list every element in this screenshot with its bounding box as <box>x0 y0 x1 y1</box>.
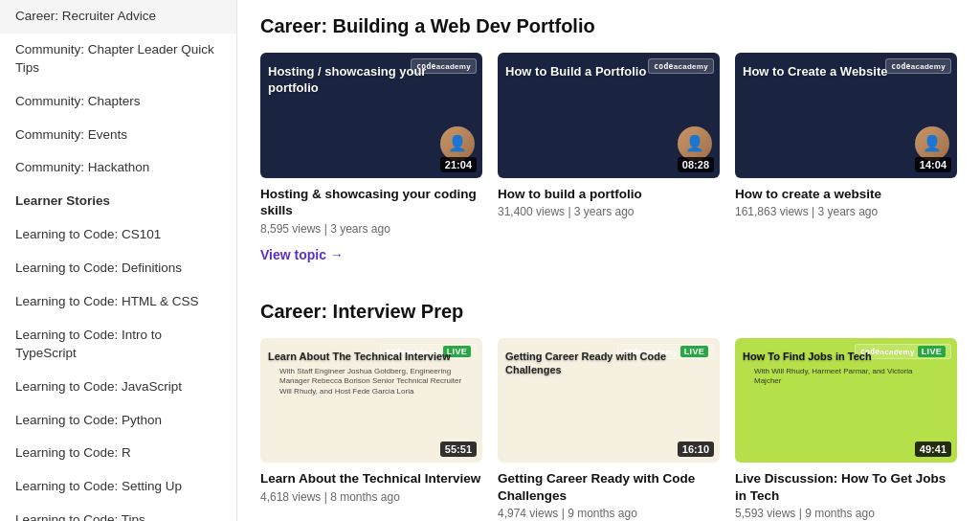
video-card-0-2[interactable]: codeacademyHow to Create a Website👤14:04… <box>735 53 957 236</box>
section-0: Career: Building a Web Dev Portfoliocode… <box>260 15 957 285</box>
video-grid-0: codeacademyHosting / showcasing your por… <box>260 53 957 236</box>
video-grid-1: codeacademyLIVELearn About The Technical… <box>260 338 957 521</box>
sidebar-item-2[interactable]: Community: Chapters <box>0 85 236 119</box>
sidebar-item-8[interactable]: Learning to Code: HTML & CSS <box>0 285 236 319</box>
video-card-0-1[interactable]: codeacademyHow to Build a Portfolio👤08:2… <box>498 53 720 236</box>
video-card-1-0[interactable]: codeacademyLIVELearn About The Technical… <box>260 338 482 521</box>
video-card-1-1[interactable]: codeacademyLIVEGetting Career Ready with… <box>498 338 720 521</box>
sidebar-item-1[interactable]: Community: Chapter Leader Quick Tips <box>0 34 236 85</box>
video-card-0-0[interactable]: codeacademyHosting / showcasing your por… <box>260 53 482 236</box>
sidebar: Career: Recruiter AdviceCommunity: Chapt… <box>0 0 237 521</box>
sidebar-item-6[interactable]: Learning to Code: CS101 <box>0 218 236 252</box>
sidebar-item-3[interactable]: Community: Events <box>0 119 236 152</box>
thumb-sub-text: With Staff Engineer Joshua Goldberg, Eng… <box>268 367 475 396</box>
thumb-main-text: How To Find Jobs in Tech <box>743 346 949 367</box>
video-title: Hosting & showcasing your coding skills <box>260 186 482 219</box>
thumb-bg: codeacademyHosting / showcasing your por… <box>260 53 482 178</box>
view-topic-link[interactable]: View topic → <box>260 247 344 262</box>
video-duration: 49:41 <box>915 442 951 457</box>
thumb-main-text: Learn About The Technical Interview <box>268 346 475 367</box>
thumb-bg: codeacademyLIVEHow To Find Jobs in TechW… <box>735 338 957 464</box>
video-title: How to create a website <box>735 186 957 203</box>
video-duration: 14:04 <box>915 157 951 172</box>
thumb-bg: codeacademyLIVEGetting Career Ready with… <box>498 338 720 464</box>
thumb-main-text: How to Build a Portfolio <box>505 60 670 84</box>
video-title: How to build a portfolio <box>498 186 720 203</box>
thumb-text-container: Hosting / showcasing your portfolio <box>268 60 433 101</box>
section-title-0: Career: Building a Web Dev Portfolio <box>260 15 957 37</box>
video-thumbnail-0-1: codeacademyHow to Build a Portfolio👤08:2… <box>498 53 720 178</box>
thumb-text-container: Learn About The Technical InterviewWith … <box>268 346 475 396</box>
thumb-text-container: How To Find Jobs in TechWith Will Rhudy,… <box>743 346 949 387</box>
video-thumbnail-0-0: codeacademyHosting / showcasing your por… <box>260 53 482 178</box>
sidebar-item-0[interactable]: Career: Recruiter Advice <box>0 0 236 34</box>
video-meta: 4,618 views | 8 months ago <box>260 490 482 504</box>
thumb-main-text: How to Create a Website <box>743 60 907 84</box>
sidebar-item-13[interactable]: Learning to Code: Setting Up <box>0 470 236 504</box>
thumb-text-container: Getting Career Ready with Code Challenge… <box>505 346 712 381</box>
presenter-avatar: 👤 <box>678 126 712 161</box>
video-thumbnail-1-0: codeacademyLIVELearn About The Technical… <box>260 338 482 464</box>
video-thumbnail-1-2: codeacademyLIVEHow To Find Jobs in TechW… <box>735 338 957 464</box>
video-duration: 21:04 <box>440 157 477 172</box>
main-content: Career: Building a Web Dev Portfoliocode… <box>237 0 980 521</box>
sidebar-item-14[interactable]: Learning to Code: Tips <box>0 504 236 521</box>
thumb-text-container: How to Create a Website <box>743 60 907 84</box>
video-thumbnail-1-1: codeacademyLIVEGetting Career Ready with… <box>498 338 720 464</box>
presenter-avatar: 👤 <box>915 126 949 161</box>
thumb-text-container: How to Build a Portfolio <box>505 60 670 84</box>
video-duration: 55:51 <box>440 442 477 457</box>
video-meta: 5,593 views | 9 months ago <box>735 507 957 520</box>
thumb-bg: codeacademyHow to Create a Website👤14:04 <box>735 53 957 178</box>
thumb-main-text: Getting Career Ready with Code Challenge… <box>505 346 712 381</box>
video-duration: 08:28 <box>678 157 714 172</box>
sidebar-item-4[interactable]: Community: Hackathon <box>0 151 236 185</box>
thumb-sub-text: With Will Rhudy, Harmeet Parmar, and Vic… <box>743 367 949 387</box>
thumb-bg: codeacademyLIVELearn About The Technical… <box>260 338 482 464</box>
video-duration: 16:10 <box>678 442 714 457</box>
video-title: Learn About the Technical Interview <box>260 470 482 487</box>
section-1: Career: Interview PrepcodeacademyLIVELea… <box>260 301 957 521</box>
presenter-avatar: 👤 <box>440 126 475 161</box>
video-meta: 8,595 views | 3 years ago <box>260 222 482 236</box>
video-title: Live Discussion: How To Get Jobs in Tech <box>735 470 957 504</box>
sidebar-item-7[interactable]: Learning to Code: Definitions <box>0 252 236 285</box>
sidebar-item-12[interactable]: Learning to Code: R <box>0 437 236 470</box>
sidebar-item-10[interactable]: Learning to Code: JavaScript <box>0 371 236 404</box>
video-title: Getting Career Ready with Code Challenge… <box>498 470 720 504</box>
sidebar-item-9[interactable]: Learning to Code: Intro to TypeScript <box>0 319 236 371</box>
video-meta: 4,974 views | 9 months ago <box>498 507 720 520</box>
thumb-main-text: Hosting / showcasing your portfolio <box>268 60 433 101</box>
thumb-bg: codeacademyHow to Build a Portfolio👤08:2… <box>498 53 720 178</box>
video-meta: 31,400 views | 3 years ago <box>498 205 720 218</box>
video-thumbnail-0-2: codeacademyHow to Create a Website👤14:04 <box>735 53 957 178</box>
section-title-1: Career: Interview Prep <box>260 301 957 323</box>
sidebar-item-11[interactable]: Learning to Code: Python <box>0 404 236 438</box>
sidebar-item-5[interactable]: Learner Stories <box>0 185 236 218</box>
video-card-1-2[interactable]: codeacademyLIVEHow To Find Jobs in TechW… <box>735 338 957 521</box>
video-meta: 161,863 views | 3 years ago <box>735 205 957 218</box>
